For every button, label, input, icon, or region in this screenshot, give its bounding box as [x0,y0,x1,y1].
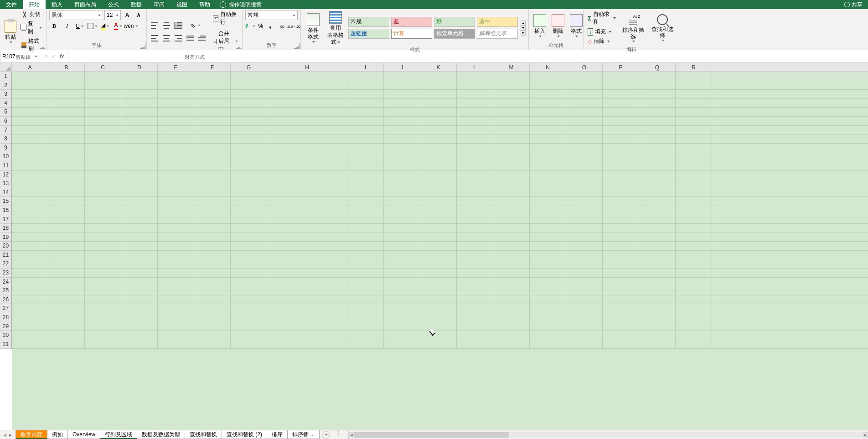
cell-G19[interactable] [231,233,267,242]
cell-C4[interactable] [85,99,121,108]
cell-N21[interactable] [530,251,566,259]
cell-N12[interactable] [530,170,566,179]
cell-H5[interactable] [267,108,347,116]
cell-M19[interactable] [493,233,530,242]
cell-E7[interactable] [158,126,194,134]
cell-O14[interactable] [566,188,603,197]
cell-P16[interactable] [603,206,639,215]
insert-function-button[interactable]: fx [60,53,64,60]
cell-N20[interactable] [530,242,566,250]
row-headers[interactable]: 1234567891011121314151617181920212223242… [0,72,12,349]
cell-C18[interactable] [85,224,121,232]
italic-button[interactable]: I [62,21,72,31]
cell-B17[interactable] [48,215,85,224]
cell-E26[interactable] [158,295,194,304]
column-header-D[interactable]: D [121,63,158,72]
cell-K7[interactable] [420,126,457,134]
cell-I16[interactable] [347,206,384,215]
cell-K25[interactable] [420,286,457,295]
cell-Q19[interactable] [639,233,676,242]
cell-J31[interactable] [384,340,420,349]
cell-G14[interactable] [231,188,267,197]
cell-R11[interactable] [676,161,712,170]
cell-N19[interactable] [530,233,566,242]
cell-G21[interactable] [231,251,267,259]
cell-K2[interactable] [420,81,457,90]
row-header-2[interactable]: 2 [0,81,11,90]
column-header-L[interactable]: L [457,63,493,72]
cell-N15[interactable] [530,197,566,206]
cell-O27[interactable] [566,304,603,313]
cell-K23[interactable] [420,269,457,277]
cell-J15[interactable] [384,197,420,206]
cell-C10[interactable] [85,152,121,161]
cell-R28[interactable] [676,313,712,322]
cell-E24[interactable] [158,278,194,286]
cell-J14[interactable] [384,188,420,197]
cell-I28[interactable] [347,313,384,322]
cell-K4[interactable] [420,99,457,108]
cell-H28[interactable] [267,313,347,322]
cell-F2[interactable] [194,81,231,90]
cell-B2[interactable] [48,81,85,90]
cell-I8[interactable] [347,134,384,143]
cell-C16[interactable] [85,206,121,215]
cell-E4[interactable] [158,99,194,108]
cell-K16[interactable] [420,206,457,215]
cell-P18[interactable] [603,224,639,232]
cell-L18[interactable] [457,224,493,232]
style-explanatory[interactable]: 解释性文本 [477,29,518,39]
conditional-format-button[interactable]: 条件格式 [304,12,323,44]
cell-F23[interactable] [194,269,231,277]
cell-E16[interactable] [158,206,194,215]
cell-B22[interactable] [48,259,85,268]
cell-N5[interactable] [530,108,566,116]
cell-L7[interactable] [457,126,493,134]
cell-I17[interactable] [347,215,384,224]
sheet-tab-5[interactable]: 查找和替换 [185,430,222,439]
cell-C19[interactable] [85,233,121,242]
cell-M4[interactable] [493,99,530,108]
cell-H6[interactable] [267,117,347,125]
cell-C5[interactable] [85,108,121,116]
cell-F19[interactable] [194,233,231,242]
align-top-button[interactable] [150,21,160,31]
sheet-tab-2[interactable]: Overview [67,430,100,439]
cell-A2[interactable] [12,81,48,90]
cell-D10[interactable] [121,152,158,161]
cell-K17[interactable] [420,215,457,224]
cell-M29[interactable] [493,322,530,331]
fill-button[interactable]: 填充 [586,27,617,36]
row-header-7[interactable]: 7 [0,126,11,135]
align-left-button[interactable] [150,33,160,43]
cell-J6[interactable] [384,117,420,125]
cell-K15[interactable] [420,197,457,206]
cell-K30[interactable] [420,331,457,340]
select-all-corner[interactable] [0,63,12,72]
cell-H26[interactable] [267,295,347,304]
cell-B5[interactable] [48,108,85,116]
cell-G13[interactable] [231,179,267,188]
cell-O12[interactable] [566,170,603,179]
column-header-J[interactable]: J [384,63,420,72]
styles-scroll-up[interactable]: ▲ [521,21,526,26]
increase-indent-button[interactable] [197,33,207,43]
cell-M20[interactable] [493,242,530,250]
cell-Q12[interactable] [639,170,676,179]
clear-button[interactable]: 清除 [586,37,617,46]
cell-styles-gallery[interactable]: 常规 差 好 适中 超链接 计算 检查单元格 解释性文本 [348,17,519,40]
cell-B1[interactable] [48,72,85,81]
cell-H8[interactable] [267,134,347,143]
cell-K21[interactable] [420,251,457,259]
decrease-indent-button[interactable] [185,33,195,43]
cell-M27[interactable] [493,304,530,313]
cell-G8[interactable] [231,134,267,143]
increase-decimal-button[interactable] [279,21,287,31]
share-button[interactable]: 共享 [844,1,863,9]
cell-J18[interactable] [384,224,420,232]
cell-L29[interactable] [457,322,493,331]
tab-help[interactable]: 帮助 [193,0,216,9]
cell-G16[interactable] [231,206,267,215]
cell-P13[interactable] [603,179,639,188]
cell-F26[interactable] [194,295,231,304]
